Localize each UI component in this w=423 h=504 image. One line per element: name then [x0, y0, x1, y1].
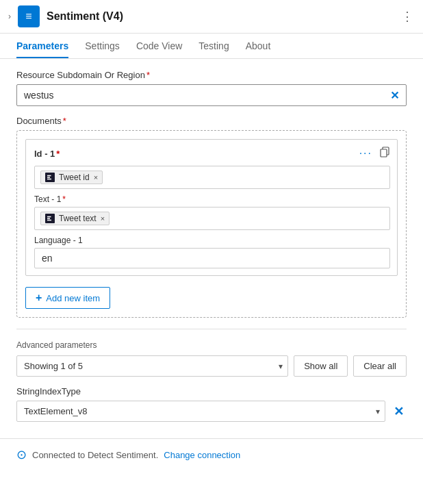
- main-content: Resource Subdomain Or Region* ✕ Document…: [0, 59, 423, 433]
- resource-field-label: Resource Subdomain Or Region*: [16, 70, 407, 80]
- add-new-item-button[interactable]: + Add new item: [25, 287, 110, 309]
- clear-string-index-icon[interactable]: ✕: [391, 401, 407, 422]
- advanced-row: Showing 1 of 5 ▾ Show all Clear all: [16, 355, 407, 377]
- connection-icon: ⊙: [16, 447, 27, 462]
- collapse-icon[interactable]: ›: [8, 12, 11, 21]
- tweet-id-label: Tweet id: [59, 173, 90, 182]
- tab-parameters[interactable]: Parameters: [16, 34, 68, 58]
- app-header: › ≡ Sentiment (V4) ⋮: [0, 0, 423, 34]
- tweet-text-chip: Tweet text ×: [40, 212, 110, 225]
- item-id-title: Id - 1*: [34, 149, 60, 159]
- document-item-1: Id - 1* ···: [25, 139, 398, 276]
- tab-testing[interactable]: Testing: [198, 34, 229, 58]
- item-more-icon[interactable]: ···: [359, 147, 372, 160]
- resource-input[interactable]: [17, 85, 383, 105]
- text-field-label: Text - 1*: [34, 194, 390, 204]
- tweet-text-label: Tweet text: [59, 214, 97, 223]
- copy-icon[interactable]: [379, 147, 390, 160]
- documents-section: Id - 1* ···: [16, 130, 407, 318]
- string-index-label: StringIndexType: [16, 386, 407, 396]
- tab-about[interactable]: About: [246, 34, 271, 58]
- tweet-id-remove[interactable]: ×: [94, 173, 98, 181]
- menu-button[interactable]: ≡: [18, 5, 40, 27]
- showing-dropdown[interactable]: Showing 1 of 5: [16, 355, 288, 377]
- svg-rect-1: [381, 149, 387, 157]
- add-new-item-label: Add new item: [46, 293, 100, 303]
- clear-resource-icon[interactable]: ✕: [383, 89, 406, 102]
- footer-text: Connected to Detect Sentiment.: [32, 450, 158, 460]
- documents-label: Documents*: [16, 116, 407, 126]
- plus-icon: +: [36, 292, 42, 304]
- string-index-dropdown[interactable]: TextElement_v8 UnicodeCodePoint Utf16Cod…: [16, 401, 385, 422]
- footer: ⊙ Connected to Detect Sentiment. Change …: [0, 438, 423, 470]
- string-index-row: TextElement_v8 UnicodeCodePoint Utf16Cod…: [16, 401, 407, 422]
- change-connection-link[interactable]: Change connection: [164, 450, 240, 460]
- page-title: Sentiment (V4): [47, 10, 394, 23]
- chip-icon-2: [45, 214, 55, 223]
- show-all-button[interactable]: Show all: [294, 355, 348, 377]
- tab-bar: Parameters Settings Code View Testing Ab…: [0, 34, 423, 59]
- divider-1: [16, 329, 407, 329]
- clear-all-button[interactable]: Clear all: [353, 355, 407, 377]
- tab-code-view[interactable]: Code View: [136, 34, 182, 58]
- advanced-params-label: Advanced parameters: [16, 340, 407, 350]
- more-options-icon[interactable]: ⋮: [401, 9, 415, 24]
- item-actions: ···: [359, 147, 390, 160]
- tweet-text-remove[interactable]: ×: [101, 214, 105, 223]
- id-chip-input[interactable]: Tweet id ×: [34, 166, 390, 189]
- language-field-label: Language - 1: [34, 236, 390, 245]
- tab-settings[interactable]: Settings: [85, 34, 120, 58]
- menu-icon: ≡: [25, 10, 31, 23]
- string-index-dropdown-wrapper: TextElement_v8 UnicodeCodePoint Utf16Cod…: [16, 401, 385, 422]
- item-header: Id - 1* ···: [34, 147, 390, 160]
- chip-icon: [45, 173, 55, 182]
- showing-dropdown-wrapper: Showing 1 of 5 ▾: [16, 355, 288, 377]
- text-chip-input[interactable]: Tweet text ×: [34, 207, 390, 230]
- tweet-id-chip: Tweet id ×: [40, 171, 103, 184]
- language-input[interactable]: [34, 248, 390, 268]
- resource-input-wrapper: ✕: [16, 84, 407, 106]
